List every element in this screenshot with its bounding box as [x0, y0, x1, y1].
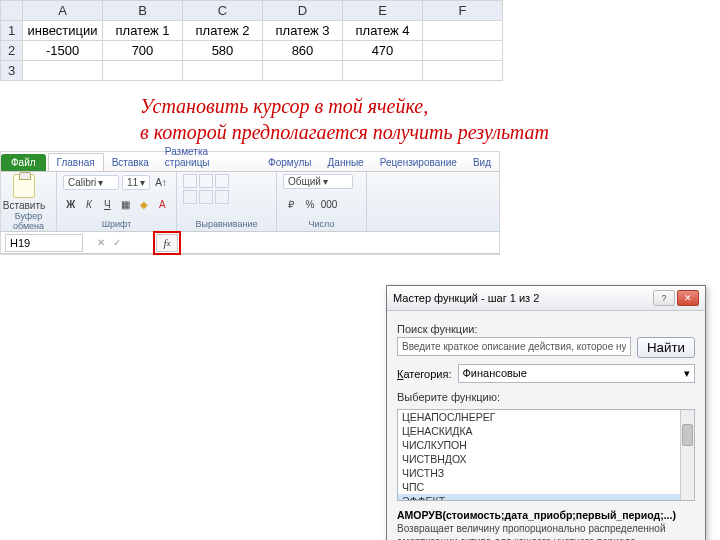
align-top-center-icon[interactable] [199, 174, 213, 188]
tab-insert[interactable]: Вставка [104, 154, 157, 171]
chevron-down-icon: ▾ [684, 367, 690, 380]
close-button[interactable]: ✕ [677, 290, 699, 306]
list-item[interactable]: ЧПС [398, 480, 694, 494]
cell[interactable]: платеж 1 [103, 21, 183, 41]
currency-icon[interactable]: ₽ [283, 196, 299, 212]
cell[interactable]: инвестиции [23, 21, 103, 41]
dialog-titlebar[interactable]: Мастер функций - шаг 1 из 2 ? ✕ [387, 286, 705, 311]
align-top-left-icon[interactable] [183, 174, 197, 188]
col-header[interactable]: D [263, 1, 343, 21]
instruction-line2: в которой предполагается получить резуль… [140, 121, 549, 143]
cell[interactable]: 860 [263, 41, 343, 61]
group-clipboard: Буфер обмена [7, 211, 50, 231]
scrollbar[interactable] [680, 410, 694, 500]
formula-bar: ✕ ✓ fx [1, 232, 499, 254]
border-icon[interactable]: ▦ [118, 197, 133, 213]
tab-view[interactable]: Вид [465, 154, 499, 171]
list-item[interactable]: ЭФФЕКТ [398, 494, 694, 501]
tab-home[interactable]: Главная [48, 153, 104, 171]
cell[interactable] [423, 21, 503, 41]
col-header[interactable]: C [183, 1, 263, 21]
list-item[interactable]: ЦЕНАСКИДКА [398, 424, 694, 438]
chevron-down-icon: ▾ [140, 177, 145, 188]
spreadsheet-grid[interactable]: A B C D E F 1 инвестиции платеж 1 платеж… [0, 0, 503, 81]
find-button[interactable]: Найти [637, 337, 695, 358]
tab-data[interactable]: Данные [320, 154, 372, 171]
category-label: Категория: [397, 368, 452, 380]
cell[interactable]: 470 [343, 41, 423, 61]
font-size-select[interactable]: 11▾ [122, 175, 150, 190]
align-top-right-icon[interactable] [215, 174, 229, 188]
function-list[interactable]: ЦЕНАПОСЛНЕРЕГ ЦЕНАСКИДКА ЧИСЛКУПОН ЧИСТВ… [397, 409, 695, 501]
ribbon: Вставить Буфер обмена Calibri▾ 11▾ A↑ Ж … [1, 172, 499, 232]
function-wizard-dialog: Мастер функций - шаг 1 из 2 ? ✕ Поиск фу… [386, 285, 706, 540]
fx-button[interactable]: fx [156, 234, 178, 252]
align-middle-center-icon[interactable] [199, 190, 213, 204]
scrollbar-thumb[interactable] [682, 424, 693, 446]
enter-formula-icon[interactable]: ✓ [109, 235, 125, 251]
name-box[interactable] [5, 234, 83, 252]
row-header[interactable]: 3 [1, 61, 23, 81]
comma-icon[interactable]: 000 [321, 196, 337, 212]
number-format-select[interactable]: Общий▾ [283, 174, 353, 189]
cancel-formula-icon[interactable]: ✕ [93, 235, 109, 251]
list-item[interactable]: ЧИСТВНДОХ [398, 452, 694, 466]
cell[interactable]: платеж 3 [263, 21, 343, 41]
function-description: Возвращает величину пропорционально расп… [397, 523, 695, 540]
font-name-select[interactable]: Calibri▾ [63, 175, 119, 190]
excel-window: Файл Главная Вставка Разметка страницы Ф… [0, 151, 500, 255]
font-color-icon[interactable]: A [155, 197, 170, 213]
category-select[interactable]: Финансовые ▾ [458, 364, 696, 383]
cell[interactable] [183, 61, 263, 81]
tab-formulas[interactable]: Формулы [260, 154, 320, 171]
row-header[interactable]: 1 [1, 21, 23, 41]
list-item[interactable]: ЧИСТНЗ [398, 466, 694, 480]
underline-icon[interactable]: Ч [100, 197, 115, 213]
clipboard-icon [13, 174, 35, 198]
cell[interactable]: -1500 [23, 41, 103, 61]
cell[interactable] [343, 61, 423, 81]
list-item[interactable]: ЧИСЛКУПОН [398, 438, 694, 452]
help-button[interactable]: ? [653, 290, 675, 306]
cell[interactable] [423, 61, 503, 81]
list-item[interactable]: ЦЕНАПОСЛНЕРЕГ [398, 410, 694, 424]
align-middle-left-icon[interactable] [183, 190, 197, 204]
cell[interactable] [423, 41, 503, 61]
cell[interactable]: платеж 2 [183, 21, 263, 41]
chevron-down-icon: ▾ [323, 176, 328, 187]
increase-font-icon[interactable]: A↑ [153, 174, 169, 190]
function-syntax: АМОРУВ(стоимость;дата_приобр;первый_пери… [397, 509, 695, 521]
group-font: Шрифт [63, 219, 170, 229]
tab-layout[interactable]: Разметка страницы [157, 143, 260, 171]
cell[interactable]: платеж 4 [343, 21, 423, 41]
fx-highlight: fx [153, 231, 181, 255]
col-header[interactable]: B [103, 1, 183, 21]
group-number: Число [283, 219, 360, 229]
tab-review[interactable]: Рецензирование [372, 154, 465, 171]
percent-icon[interactable]: % [302, 196, 318, 212]
search-label: Поиск функции: [397, 323, 695, 335]
tab-file[interactable]: Файл [1, 154, 46, 171]
bold-icon[interactable]: Ж [63, 197, 78, 213]
select-function-label: Выберите функцию: [397, 391, 695, 403]
col-header[interactable]: A [23, 1, 103, 21]
ribbon-tabs: Файл Главная Вставка Разметка страницы Ф… [1, 152, 499, 172]
dialog-title: Мастер функций - шаг 1 из 2 [393, 292, 539, 304]
instruction-text: Установить курсор в той ячейке, в которо… [140, 93, 720, 145]
group-align: Выравнивание [183, 219, 270, 229]
category-value: Финансовые [463, 367, 527, 380]
search-input[interactable] [397, 337, 631, 356]
col-header[interactable]: E [343, 1, 423, 21]
cell[interactable] [263, 61, 343, 81]
corner-cell[interactable] [1, 1, 23, 21]
cell[interactable] [103, 61, 183, 81]
cell[interactable]: 700 [103, 41, 183, 61]
col-header[interactable]: F [423, 1, 503, 21]
fill-color-icon[interactable]: ◆ [136, 197, 151, 213]
italic-icon[interactable]: К [81, 197, 96, 213]
paste-button[interactable]: Вставить [7, 174, 41, 211]
align-middle-right-icon[interactable] [215, 190, 229, 204]
row-header[interactable]: 2 [1, 41, 23, 61]
cell[interactable] [23, 61, 103, 81]
cell[interactable]: 580 [183, 41, 263, 61]
